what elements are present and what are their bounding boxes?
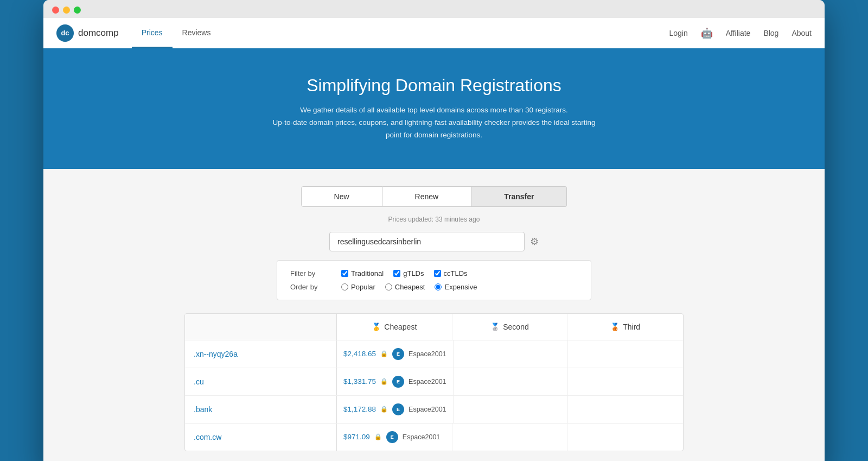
navbar: dc domcomp Prices Reviews Login 🤖 Affili… bbox=[43, 18, 825, 48]
filter-by-label: Filter by bbox=[290, 269, 328, 277]
second-cell-1 bbox=[454, 340, 569, 368]
table-row: .cu $1,331.75 🔒 E Espace2001 bbox=[185, 368, 683, 396]
settings-button[interactable]: ⚙ bbox=[530, 236, 539, 248]
table-row: .bank $1,172.88 🔒 E Espace2001 bbox=[185, 396, 683, 424]
nav-tab-reviews[interactable]: Reviews bbox=[173, 18, 221, 48]
domain-cell[interactable]: .com.cw bbox=[185, 424, 337, 451]
second-cell-4 bbox=[452, 424, 568, 451]
lock-icon: 🔒 bbox=[380, 406, 388, 413]
nav-right: Login 🤖 Affiliate Blog About bbox=[669, 27, 812, 39]
price-update-text: Prices updated: 33 minutes ago bbox=[43, 216, 825, 223]
cheapest-cell-2: $1,331.75 🔒 E Espace2001 bbox=[337, 368, 454, 395]
table-row: .com.cw $971.09 🔒 E Espace2001 bbox=[185, 424, 683, 451]
filter-gtlds[interactable]: gTLDs bbox=[393, 269, 424, 277]
gold-medal-icon: 🥇 bbox=[372, 323, 381, 331]
registrar-icon: E bbox=[386, 431, 398, 443]
domain-cell[interactable]: .bank bbox=[185, 396, 337, 423]
blog-link[interactable]: Blog bbox=[763, 29, 778, 37]
filter-traditional-checkbox[interactable] bbox=[341, 270, 348, 277]
bronze-medal-icon: 🥉 bbox=[610, 323, 620, 331]
table-row: .xn--nyqy26a $2,418.65 🔒 E Espace2001 bbox=[185, 340, 683, 368]
filter-cctlds-checkbox[interactable] bbox=[434, 270, 441, 277]
dot-red[interactable] bbox=[52, 7, 59, 14]
nav-tabs: Prices Reviews bbox=[132, 18, 221, 48]
browser-window: dc domcomp Prices Reviews Login 🤖 Affili… bbox=[43, 0, 825, 461]
search-input[interactable] bbox=[329, 232, 525, 251]
order-cheapest[interactable]: Cheapest bbox=[385, 283, 425, 291]
logo-text: domcomp bbox=[78, 28, 119, 39]
affiliate-link[interactable]: Affiliate bbox=[726, 29, 751, 37]
second-cell-2 bbox=[454, 368, 569, 395]
main-content: New Renew Transfer Prices updated: 33 mi… bbox=[43, 169, 825, 461]
android-icon: 🤖 bbox=[701, 27, 713, 39]
filter-gtlds-checkbox[interactable] bbox=[393, 270, 400, 277]
order-popular-radio[interactable] bbox=[341, 283, 348, 291]
col-header-second: 🥈 Second bbox=[452, 314, 568, 340]
col-header-blank bbox=[185, 314, 337, 340]
dot-green[interactable] bbox=[74, 7, 81, 14]
col-header-third: 🥉 Third bbox=[567, 314, 683, 340]
filter-by-row: Filter by Traditional gTLDs ccTLDs bbox=[290, 269, 578, 277]
tab-transfer[interactable]: Transfer bbox=[471, 186, 567, 207]
nav-tab-prices[interactable]: Prices bbox=[132, 18, 173, 48]
order-expensive-radio[interactable] bbox=[435, 283, 442, 291]
hero-description: We gather details of all available top l… bbox=[271, 104, 597, 142]
order-by-label: Order by bbox=[290, 283, 328, 291]
tab-new[interactable]: New bbox=[301, 186, 382, 207]
search-row: ⚙ bbox=[43, 232, 825, 251]
dot-yellow[interactable] bbox=[63, 7, 70, 14]
third-cell-2 bbox=[568, 368, 683, 395]
col-header-cheapest: 🥇 Cheapest bbox=[337, 314, 452, 340]
results-header: 🥇 Cheapest 🥈 Second 🥉 Third bbox=[185, 314, 683, 340]
filter-traditional[interactable]: Traditional bbox=[341, 269, 384, 277]
tab-renew[interactable]: Renew bbox=[382, 186, 472, 207]
hero-section: Simplifying Domain Registrations We gath… bbox=[43, 48, 825, 169]
registrar-icon: E bbox=[392, 376, 404, 388]
cheapest-cell-4: $971.09 🔒 E Espace2001 bbox=[337, 424, 452, 451]
browser-dots bbox=[52, 7, 816, 14]
silver-medal-icon: 🥈 bbox=[490, 323, 500, 331]
order-expensive[interactable]: Expensive bbox=[435, 283, 477, 291]
cheapest-cell-1: $2,418.65 🔒 E Espace2001 bbox=[337, 340, 454, 368]
order-by-row: Order by Popular Cheapest Expensive bbox=[290, 283, 578, 291]
registrar-icon: E bbox=[392, 348, 404, 360]
order-popular[interactable]: Popular bbox=[341, 283, 375, 291]
third-cell-1 bbox=[568, 340, 683, 368]
tab-switcher: New Renew Transfer bbox=[43, 186, 825, 207]
hero-title: Simplifying Domain Registrations bbox=[54, 75, 814, 96]
filter-cctlds[interactable]: ccTLDs bbox=[434, 269, 468, 277]
logo-icon: dc bbox=[56, 24, 74, 42]
third-cell-3 bbox=[568, 396, 683, 423]
domain-cell[interactable]: .cu bbox=[185, 368, 337, 395]
browser-chrome bbox=[43, 0, 825, 18]
results-container: 🥇 Cheapest 🥈 Second 🥉 Third .xn--nyqy26a bbox=[184, 313, 684, 451]
order-cheapest-radio[interactable] bbox=[385, 283, 392, 291]
cheapest-cell-3: $1,172.88 🔒 E Espace2001 bbox=[337, 396, 454, 423]
lock-icon: 🔒 bbox=[380, 378, 388, 385]
order-by-options: Popular Cheapest Expensive bbox=[341, 283, 477, 291]
about-link[interactable]: About bbox=[792, 29, 812, 37]
domain-cell[interactable]: .xn--nyqy26a bbox=[185, 340, 337, 368]
third-cell-4 bbox=[567, 424, 683, 451]
lock-icon: 🔒 bbox=[380, 350, 388, 357]
second-cell-3 bbox=[454, 396, 569, 423]
logo-area: dc domcomp bbox=[56, 24, 119, 42]
registrar-icon: E bbox=[392, 403, 404, 415]
logo-initials: dc bbox=[61, 29, 69, 37]
filter-by-options: Traditional gTLDs ccTLDs bbox=[341, 269, 468, 277]
login-link[interactable]: Login bbox=[669, 29, 687, 37]
lock-icon: 🔒 bbox=[374, 433, 382, 440]
filter-box: Filter by Traditional gTLDs ccTLDs bbox=[277, 260, 591, 300]
